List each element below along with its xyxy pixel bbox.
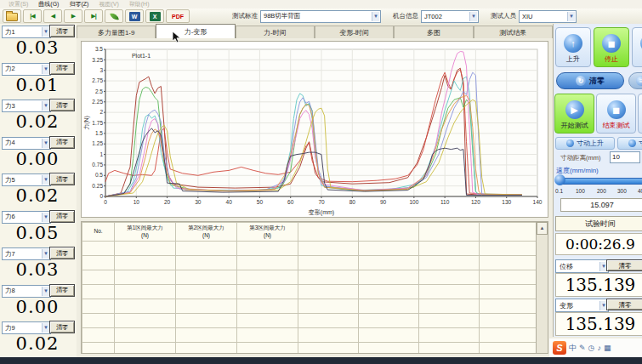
export-word-icon[interactable]: W — [125, 9, 144, 23]
jog-distance-input[interactable]: 10 — [610, 151, 640, 163]
channel-select[interactable]: 力3▼ — [2, 100, 51, 112]
tray-icon[interactable]: 中 — [569, 343, 577, 354]
tab-5[interactable]: 多图 — [394, 26, 473, 38]
table-scrollbar[interactable]: ▲ — [536, 222, 548, 353]
channel-select[interactable]: 力5▼ — [2, 173, 51, 186]
table-row — [82, 343, 539, 355]
field-select[interactable]: JT002▼ — [421, 10, 479, 23]
displacement-select[interactable]: 位移 ▼ — [555, 259, 609, 273]
table-cell — [298, 299, 359, 314]
menu-item[interactable]: 设置(S) — [3, 0, 33, 9]
jog-down-button[interactable]: 寸动下降 — [617, 137, 642, 150]
channel-select[interactable]: 力6▼ — [2, 211, 51, 224]
jog-down-icon — [628, 139, 636, 147]
displacement-zero-button[interactable]: 清零 — [606, 259, 642, 271]
channel-zero-button[interactable]: 清零 — [49, 210, 75, 223]
table-cell — [359, 328, 419, 343]
channel-zero-button[interactable]: 清零 — [49, 62, 75, 75]
ime-logo[interactable]: S — [553, 341, 566, 355]
scroll-up-icon[interactable]: ▲ — [537, 222, 548, 235]
channel-zero-button[interactable]: 清零 — [49, 25, 75, 37]
export-pdf-icon[interactable]: PDF — [166, 9, 190, 23]
table-cell — [419, 328, 480, 343]
svg-text:2.25: 2.25 — [92, 99, 103, 105]
channel-zero-button[interactable]: 清零 — [49, 247, 75, 259]
menu-item[interactable]: 帮助(H) — [124, 0, 155, 9]
svg-text:3.5: 3.5 — [95, 46, 103, 52]
channel-select[interactable]: 力2▼ — [2, 63, 51, 76]
crosshead-down-button[interactable]: ↓ 下降 — [632, 27, 642, 67]
deformation-select[interactable]: 变形 ▼ — [555, 299, 609, 312]
prev-record-icon[interactable]: ◀ — [43, 9, 62, 23]
channel-select[interactable]: 力8▼ — [2, 285, 51, 298]
tab-3[interactable]: 力-时间 — [236, 26, 315, 38]
channel-zero-button[interactable]: 清零 — [49, 136, 75, 149]
table-cell — [82, 314, 115, 328]
speed-slider-track[interactable] — [556, 178, 642, 185]
field-select[interactable]: 98B切半背面▼ — [260, 10, 381, 23]
table-cell — [237, 299, 298, 314]
channel-zero-button[interactable]: 清零 — [49, 321, 75, 333]
tab-6[interactable]: 测试结果 — [474, 26, 553, 38]
channel-select[interactable]: 力4▼ — [2, 137, 51, 150]
field-label: 机台信息 — [393, 12, 418, 20]
return-icon: ≡ — [636, 76, 642, 86]
open-file-icon[interactable] — [3, 9, 21, 23]
deformation-zero-button[interactable]: 清零 — [606, 299, 642, 310]
chevron-down-icon: ▼ — [42, 101, 49, 111]
table-cell — [298, 343, 359, 355]
svg-text:2.5: 2.5 — [95, 88, 103, 94]
channel-select[interactable]: 力1▼ — [2, 26, 51, 38]
channel-zero-button[interactable]: 清零 — [49, 284, 75, 297]
jog-up-button[interactable]: 寸动上升 — [555, 137, 615, 150]
table-cell — [82, 299, 115, 314]
tray-icon[interactable]: ▦ — [604, 344, 611, 352]
next-record-icon[interactable]: ▶ — [64, 9, 82, 23]
zero-all-button[interactable]: ↻ 清零 — [556, 72, 624, 89]
folder-glyph — [6, 13, 18, 21]
menu-item[interactable]: 曲线(G) — [33, 0, 64, 9]
return-position-button[interactable]: ≡ — [628, 72, 642, 89]
table-cell — [115, 256, 176, 270]
table-cell — [82, 242, 115, 256]
channel-zero-button[interactable]: 清零 — [49, 173, 75, 185]
curve-icon[interactable] — [105, 9, 123, 23]
excel-glyph: X — [150, 12, 161, 21]
tray-icon[interactable]: ✎ — [579, 344, 586, 352]
svg-text:0.25: 0.25 — [92, 183, 103, 189]
pause-test-button[interactable]: ‖ 暂停 — [638, 94, 642, 134]
displacement-select-value: 位移 — [560, 262, 573, 271]
start-test-button[interactable]: ▶ 开始测试 — [554, 94, 594, 134]
menu-item[interactable]: 归零(Z) — [64, 0, 94, 9]
crosshead-up-button[interactable]: ↑ 上升 — [555, 27, 591, 67]
channel-zero-button[interactable]: 清零 — [49, 99, 75, 111]
field-value: XIU — [522, 13, 533, 20]
channel-select[interactable]: 力7▼ — [2, 247, 51, 260]
channel-value: 0.01 — [0, 75, 75, 95]
tray-icon[interactable]: ◷ — [588, 344, 595, 352]
tray-icon[interactable]: ♪ — [597, 344, 601, 352]
force-channel-row: 力6▼清零0.05 — [0, 209, 77, 247]
channel-name: 力6 — [5, 213, 15, 221]
stop-motion-button[interactable]: ◼ 停止 — [594, 27, 629, 67]
tab-1[interactable]: 多力量图1-9 — [77, 26, 156, 38]
slider-tick-label: 0.1 — [555, 188, 563, 194]
channel-select[interactable]: 力9▼ — [2, 321, 51, 334]
table-cell — [115, 328, 176, 343]
slider-tick-label: 400 — [638, 188, 642, 194]
control-panel: ↑ 上升 ◼ 停止 ↓ 下降 ↻ 清零 ≡ ▶ 开始测试 ◼ 结束测试 ‖ 暂停 — [553, 24, 642, 337]
end-test-button[interactable]: ◼ 结束测试 — [596, 94, 636, 134]
speed-slider-knob[interactable] — [554, 174, 565, 185]
toolbar-fields: 测试标准98B切半背面▼机台信息JT002▼测试人员XIU▼ — [220, 10, 577, 23]
channel-name: 力7 — [5, 250, 15, 259]
chevron-down-icon: ▼ — [567, 12, 575, 21]
column-header: No. — [82, 223, 115, 242]
tab-4[interactable]: 变形-时间 — [315, 26, 394, 38]
menu-item[interactable]: 视图(V) — [94, 0, 123, 9]
last-record-icon[interactable]: ▶| — [84, 9, 103, 23]
field-select[interactable]: XIU▼ — [519, 10, 577, 23]
first-record-icon[interactable]: |◀ — [23, 9, 42, 23]
export-excel-icon[interactable]: X — [145, 9, 164, 23]
tab-2[interactable]: 力-变形 — [156, 24, 235, 38]
reset-circle-icon: ↻ — [576, 76, 586, 86]
